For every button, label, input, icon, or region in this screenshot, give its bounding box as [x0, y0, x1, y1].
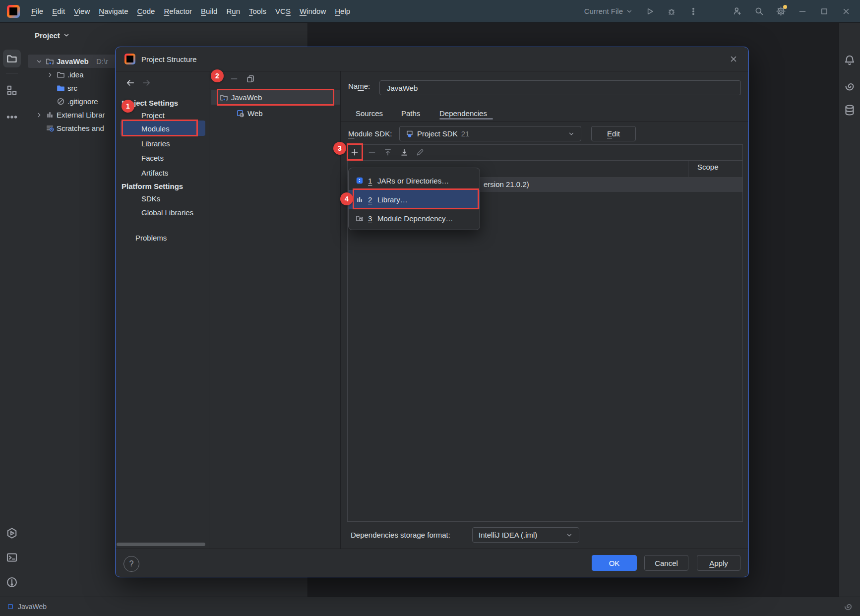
ai-spiral-icon: [844, 80, 856, 92]
title-bar: File Edit View Navigate Code Refactor Bu…: [0, 0, 860, 23]
tab-dependencies[interactable]: Dependencies: [439, 107, 487, 119]
move-up-button[interactable]: [383, 148, 392, 157]
move-down-button[interactable]: [400, 148, 409, 157]
menu-file[interactable]: File: [27, 4, 48, 19]
storage-format-select[interactable]: IntelliJ IDEA (.iml): [472, 527, 579, 543]
annotation-rect-library-item: [353, 188, 479, 209]
module-folder-icon: [46, 55, 54, 68]
module-sdk-select[interactable]: Project SDK 21: [399, 126, 581, 141]
project-panel-header[interactable]: Project: [35, 28, 70, 43]
help-button[interactable]: ?: [123, 556, 139, 572]
menu-vcs[interactable]: VCS: [271, 4, 295, 19]
popup-item-module-dependency[interactable]: 3 Module Dependency…: [349, 209, 480, 228]
tab-paths[interactable]: Paths: [401, 107, 420, 119]
ai-assistant-button[interactable]: [844, 80, 856, 92]
dependency-edit-button[interactable]: [416, 148, 425, 157]
code-with-me-button[interactable]: [728, 3, 746, 19]
cancel-button[interactable]: Cancel: [644, 555, 688, 571]
activity-divider: [6, 73, 18, 73]
status-module-widget[interactable]: JavaWeb: [7, 603, 47, 611]
nav-horizontal-scrollbar[interactable]: [117, 543, 205, 546]
project-structure-dialog: Project Structure Project Settings Proje…: [115, 47, 749, 577]
menu-navigate[interactable]: Navigate: [94, 4, 132, 19]
database-button[interactable]: [844, 104, 856, 116]
search-everywhere-button[interactable]: [750, 3, 768, 19]
sdk-edit-button[interactable]: Edit: [591, 126, 636, 141]
popup-item-jars[interactable]: 1 JARs or Directories…: [349, 171, 480, 190]
apply-button[interactable]: Apply: [697, 555, 740, 571]
activity-bar: [0, 23, 24, 597]
run-button[interactable]: [641, 3, 659, 19]
nav-item-facets[interactable]: Facets: [141, 152, 164, 164]
run-configuration-selector[interactable]: Current File: [584, 7, 633, 15]
notifications-button[interactable]: [844, 55, 856, 66]
settings-notification-dot: [783, 5, 787, 9]
nav-item-artifacts[interactable]: Artifacts: [141, 167, 168, 179]
titlebar-actions: Current File: [584, 3, 855, 19]
forward-button[interactable]: [141, 78, 151, 88]
library-icon: [46, 108, 54, 122]
chevron-right-icon[interactable]: [36, 108, 43, 122]
ok-button[interactable]: OK: [592, 555, 637, 571]
menu-help[interactable]: Help: [330, 4, 355, 19]
intellij-logo-icon: [124, 54, 135, 64]
chevron-right-icon[interactable]: [47, 68, 54, 81]
more-actions-button[interactable]: [684, 3, 702, 19]
problems-tool-button[interactable]: [6, 576, 18, 588]
menu-window[interactable]: Window: [295, 4, 330, 19]
bell-icon: [844, 55, 856, 66]
tree-label: JavaWeb: [57, 55, 89, 68]
module-tree-label: Web: [247, 109, 263, 118]
tab-sources[interactable]: Sources: [356, 107, 383, 119]
annotation-badge-1: 1: [122, 100, 134, 113]
services-tool-button[interactable]: [6, 527, 18, 539]
menu-view[interactable]: View: [69, 4, 94, 19]
window-maximize-button[interactable]: [815, 3, 833, 19]
services-icon: [6, 527, 18, 539]
module-name-input[interactable]: JavaWeb: [379, 80, 741, 95]
window-close-button[interactable]: [837, 3, 855, 19]
project-tool-button[interactable]: [3, 50, 21, 67]
tree-label: External Librar: [57, 108, 105, 122]
annotation-badge-2: 2: [211, 69, 224, 82]
menu-run[interactable]: Run: [222, 4, 245, 19]
active-tab-underline: [439, 118, 493, 120]
name-label: Name:: [348, 82, 370, 90]
annotation-badge-4: 4: [340, 192, 353, 205]
menu-refactor[interactable]: Refactor: [159, 4, 196, 19]
structure-tool-button[interactable]: [6, 84, 18, 96]
nav-item-libraries[interactable]: Libraries: [141, 137, 170, 149]
annotation-rect-add-button: [347, 143, 363, 161]
settings-button[interactable]: [772, 3, 790, 19]
jar-icon: [356, 177, 364, 185]
nav-item-problems[interactable]: Problems: [135, 232, 167, 244]
tree-label: src: [67, 81, 77, 95]
menu-code[interactable]: Code: [133, 4, 160, 19]
more-tool-windows-button[interactable]: [6, 111, 18, 123]
window-minimize-button[interactable]: [794, 3, 811, 19]
chevron-down-icon[interactable]: [36, 55, 43, 68]
ignored-file-icon: [57, 95, 65, 108]
sdk-icon: [406, 130, 414, 138]
nav-item-sdks[interactable]: SDKs: [141, 192, 160, 204]
storage-format-label: Dependencies storage format:: [351, 529, 450, 541]
app-window: File Edit View Navigate Code Refactor Bu…: [0, 0, 860, 616]
terminal-tool-button[interactable]: [6, 552, 18, 563]
dialog-close-button[interactable]: [727, 52, 740, 66]
status-ai-icon[interactable]: [843, 602, 853, 612]
folder-icon: [6, 53, 17, 64]
module-copy-button[interactable]: [246, 74, 255, 83]
module-remove-button[interactable]: [230, 74, 239, 83]
dependency-remove-button[interactable]: [368, 148, 376, 157]
scope-column-header[interactable]: Scope: [697, 163, 719, 171]
menu-build[interactable]: Build: [196, 4, 222, 19]
structure-icon: [6, 84, 18, 96]
module-dependency-icon: [356, 214, 364, 222]
menu-edit[interactable]: Edit: [48, 4, 69, 19]
nav-header-platform-settings: Platform Settings: [122, 180, 183, 192]
back-button[interactable]: [125, 78, 135, 88]
nav-item-global-libraries[interactable]: Global Libraries: [141, 206, 193, 218]
module-tree-row-web[interactable]: Web: [236, 106, 263, 121]
menu-tools[interactable]: Tools: [245, 4, 271, 19]
debug-button[interactable]: [663, 3, 680, 19]
